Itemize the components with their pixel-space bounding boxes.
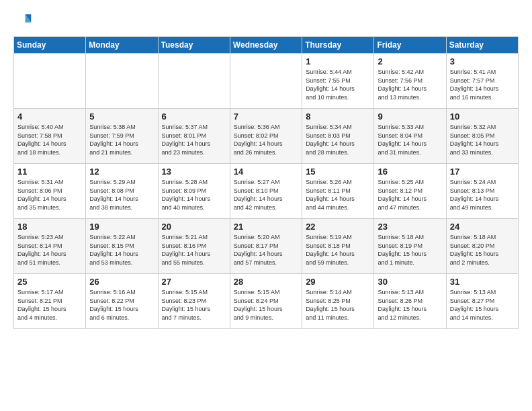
day-info: Sunrise: 5:34 AM Sunset: 8:03 PM Dayligh… bbox=[306, 123, 370, 156]
day-info: Sunrise: 5:25 AM Sunset: 8:12 PM Dayligh… bbox=[378, 178, 442, 212]
day-info: Sunrise: 5:23 AM Sunset: 8:14 PM Dayligh… bbox=[17, 233, 82, 267]
logo-icon bbox=[13, 11, 32, 30]
week-row-1: 4Sunrise: 5:40 AM Sunset: 7:58 PM Daylig… bbox=[14, 109, 519, 164]
day-number: 21 bbox=[234, 222, 298, 232]
calendar-body: 1Sunrise: 5:44 AM Sunset: 7:55 PM Daylig… bbox=[14, 54, 519, 329]
day-cell: 11Sunrise: 5:31 AM Sunset: 8:06 PM Dayli… bbox=[14, 164, 86, 219]
day-cell: 3Sunrise: 5:41 AM Sunset: 7:57 PM Daylig… bbox=[446, 54, 518, 109]
day-info: Sunrise: 5:13 AM Sunset: 8:27 PM Dayligh… bbox=[450, 288, 515, 322]
day-number: 8 bbox=[306, 111, 370, 122]
day-number: 13 bbox=[162, 167, 226, 177]
day-number: 24 bbox=[450, 222, 515, 232]
day-info: Sunrise: 5:17 AM Sunset: 8:21 PM Dayligh… bbox=[17, 288, 82, 322]
day-info: Sunrise: 5:13 AM Sunset: 8:26 PM Dayligh… bbox=[378, 288, 442, 322]
day-number: 31 bbox=[450, 277, 515, 287]
day-cell: 17Sunrise: 5:24 AM Sunset: 8:13 PM Dayli… bbox=[446, 164, 518, 219]
day-cell: 7Sunrise: 5:36 AM Sunset: 8:02 PM Daylig… bbox=[230, 109, 302, 164]
day-number: 15 bbox=[306, 167, 370, 177]
day-info: Sunrise: 5:15 AM Sunset: 8:23 PM Dayligh… bbox=[162, 288, 226, 322]
day-number: 2 bbox=[378, 56, 442, 66]
day-number: 22 bbox=[306, 222, 370, 232]
day-info: Sunrise: 5:18 AM Sunset: 8:20 PM Dayligh… bbox=[450, 233, 515, 267]
day-cell: 31Sunrise: 5:13 AM Sunset: 8:27 PM Dayli… bbox=[446, 274, 518, 329]
day-info: Sunrise: 5:28 AM Sunset: 8:09 PM Dayligh… bbox=[162, 178, 226, 212]
day-info: Sunrise: 5:32 AM Sunset: 8:05 PM Dayligh… bbox=[450, 123, 515, 156]
day-number: 7 bbox=[234, 111, 298, 122]
day-info: Sunrise: 5:19 AM Sunset: 8:18 PM Dayligh… bbox=[306, 233, 370, 267]
day-info: Sunrise: 5:22 AM Sunset: 8:15 PM Dayligh… bbox=[89, 233, 154, 267]
day-cell: 22Sunrise: 5:19 AM Sunset: 8:18 PM Dayli… bbox=[302, 219, 374, 274]
day-cell bbox=[14, 54, 86, 109]
day-cell: 9Sunrise: 5:33 AM Sunset: 8:04 PM Daylig… bbox=[374, 109, 446, 164]
day-info: Sunrise: 5:29 AM Sunset: 8:08 PM Dayligh… bbox=[89, 178, 154, 212]
day-info: Sunrise: 5:41 AM Sunset: 7:57 PM Dayligh… bbox=[450, 68, 515, 101]
day-number: 6 bbox=[162, 111, 226, 122]
day-info: Sunrise: 5:18 AM Sunset: 8:19 PM Dayligh… bbox=[378, 233, 442, 267]
day-cell: 10Sunrise: 5:32 AM Sunset: 8:05 PM Dayli… bbox=[446, 109, 518, 164]
day-cell: 18Sunrise: 5:23 AM Sunset: 8:14 PM Dayli… bbox=[14, 219, 86, 274]
day-info: Sunrise: 5:24 AM Sunset: 8:13 PM Dayligh… bbox=[450, 178, 515, 212]
day-cell: 2Sunrise: 5:42 AM Sunset: 7:56 PM Daylig… bbox=[374, 54, 446, 109]
day-number: 29 bbox=[306, 277, 370, 287]
day-info: Sunrise: 5:27 AM Sunset: 8:10 PM Dayligh… bbox=[234, 178, 298, 212]
day-cell: 29Sunrise: 5:14 AM Sunset: 8:25 PM Dayli… bbox=[302, 274, 374, 329]
day-cell: 30Sunrise: 5:13 AM Sunset: 8:26 PM Dayli… bbox=[374, 274, 446, 329]
day-number: 5 bbox=[89, 111, 154, 122]
day-number: 18 bbox=[17, 222, 82, 232]
day-info: Sunrise: 5:42 AM Sunset: 7:56 PM Dayligh… bbox=[378, 68, 442, 101]
day-cell: 13Sunrise: 5:28 AM Sunset: 8:09 PM Dayli… bbox=[158, 164, 230, 219]
day-cell: 8Sunrise: 5:34 AM Sunset: 8:03 PM Daylig… bbox=[302, 109, 374, 164]
week-row-3: 18Sunrise: 5:23 AM Sunset: 8:14 PM Dayli… bbox=[14, 219, 519, 274]
header-cell-wednesday: Wednesday bbox=[230, 37, 302, 54]
header-cell-monday: Monday bbox=[86, 37, 158, 54]
day-cell: 26Sunrise: 5:16 AM Sunset: 8:22 PM Dayli… bbox=[86, 274, 158, 329]
day-cell: 24Sunrise: 5:18 AM Sunset: 8:20 PM Dayli… bbox=[446, 219, 518, 274]
week-row-4: 25Sunrise: 5:17 AM Sunset: 8:21 PM Dayli… bbox=[14, 274, 519, 329]
day-cell bbox=[86, 54, 158, 109]
day-info: Sunrise: 5:15 AM Sunset: 8:24 PM Dayligh… bbox=[234, 288, 298, 322]
day-number: 19 bbox=[89, 222, 154, 232]
day-info: Sunrise: 5:36 AM Sunset: 8:02 PM Dayligh… bbox=[234, 123, 298, 156]
day-info: Sunrise: 5:16 AM Sunset: 8:22 PM Dayligh… bbox=[89, 288, 154, 322]
day-number: 4 bbox=[17, 111, 82, 122]
day-cell: 12Sunrise: 5:29 AM Sunset: 8:08 PM Dayli… bbox=[86, 164, 158, 219]
day-cell: 4Sunrise: 5:40 AM Sunset: 7:58 PM Daylig… bbox=[14, 109, 86, 164]
day-number: 23 bbox=[378, 222, 442, 232]
logo bbox=[13, 11, 35, 30]
day-number: 16 bbox=[378, 167, 442, 177]
day-cell: 27Sunrise: 5:15 AM Sunset: 8:23 PM Dayli… bbox=[158, 274, 230, 329]
header-cell-sunday: Sunday bbox=[14, 37, 86, 54]
header-cell-saturday: Saturday bbox=[446, 37, 518, 54]
day-info: Sunrise: 5:14 AM Sunset: 8:25 PM Dayligh… bbox=[306, 288, 370, 322]
day-info: Sunrise: 5:38 AM Sunset: 7:59 PM Dayligh… bbox=[89, 123, 154, 156]
day-number: 27 bbox=[162, 277, 226, 287]
day-cell: 15Sunrise: 5:26 AM Sunset: 8:11 PM Dayli… bbox=[302, 164, 374, 219]
header bbox=[13, 11, 519, 30]
day-cell: 1Sunrise: 5:44 AM Sunset: 7:55 PM Daylig… bbox=[302, 54, 374, 109]
day-info: Sunrise: 5:33 AM Sunset: 8:04 PM Dayligh… bbox=[378, 123, 442, 156]
day-cell bbox=[158, 54, 230, 109]
header-cell-tuesday: Tuesday bbox=[158, 37, 230, 54]
calendar-header: SundayMondayTuesdayWednesdayThursdayFrid… bbox=[14, 37, 519, 54]
day-cell bbox=[230, 54, 302, 109]
day-number: 11 bbox=[17, 167, 82, 177]
day-number: 12 bbox=[89, 167, 154, 177]
day-info: Sunrise: 5:44 AM Sunset: 7:55 PM Dayligh… bbox=[306, 68, 370, 101]
day-cell: 28Sunrise: 5:15 AM Sunset: 8:24 PM Dayli… bbox=[230, 274, 302, 329]
day-number: 17 bbox=[450, 167, 515, 177]
day-cell: 6Sunrise: 5:37 AM Sunset: 8:01 PM Daylig… bbox=[158, 109, 230, 164]
day-cell: 19Sunrise: 5:22 AM Sunset: 8:15 PM Dayli… bbox=[86, 219, 158, 274]
day-cell: 21Sunrise: 5:20 AM Sunset: 8:17 PM Dayli… bbox=[230, 219, 302, 274]
calendar-table: SundayMondayTuesdayWednesdayThursdayFrid… bbox=[13, 36, 519, 329]
day-cell: 16Sunrise: 5:25 AM Sunset: 8:12 PM Dayli… bbox=[374, 164, 446, 219]
day-cell: 14Sunrise: 5:27 AM Sunset: 8:10 PM Dayli… bbox=[230, 164, 302, 219]
day-number: 14 bbox=[234, 167, 298, 177]
day-number: 20 bbox=[162, 222, 226, 232]
day-number: 30 bbox=[378, 277, 442, 287]
day-cell: 20Sunrise: 5:21 AM Sunset: 8:16 PM Dayli… bbox=[158, 219, 230, 274]
day-info: Sunrise: 5:26 AM Sunset: 8:11 PM Dayligh… bbox=[306, 178, 370, 212]
header-cell-friday: Friday bbox=[374, 37, 446, 54]
day-number: 1 bbox=[306, 56, 370, 66]
day-number: 28 bbox=[234, 277, 298, 287]
day-cell: 25Sunrise: 5:17 AM Sunset: 8:21 PM Dayli… bbox=[14, 274, 86, 329]
